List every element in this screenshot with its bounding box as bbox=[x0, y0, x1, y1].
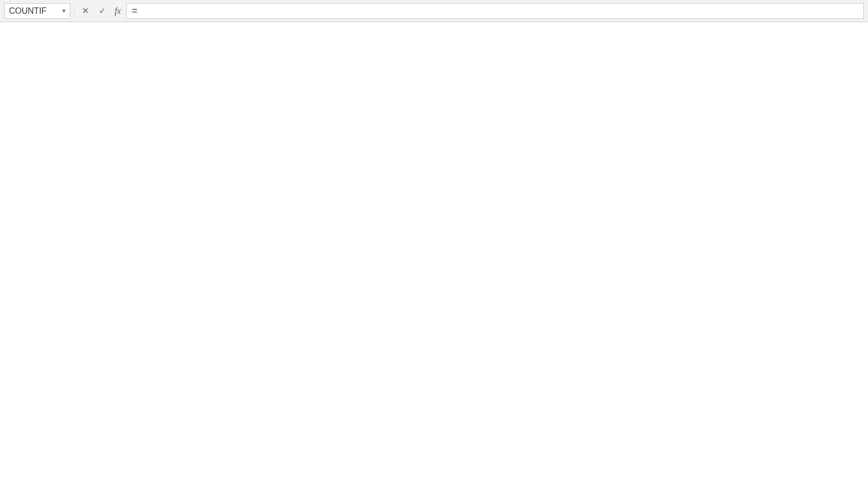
formula-bar: COUNTIF ▼ ⋮ ✕ ✓ fx = bbox=[0, 0, 868, 22]
name-box-value: COUNTIF bbox=[9, 6, 46, 16]
cancel-icon: ✕ bbox=[82, 6, 89, 16]
name-box-dropdown-icon[interactable]: ▼ bbox=[61, 8, 67, 14]
formula-value: = bbox=[132, 5, 138, 16]
enter-icon: ✓ bbox=[99, 6, 106, 16]
formula-input[interactable]: = bbox=[126, 3, 864, 19]
fx-button[interactable]: fx bbox=[111, 6, 124, 16]
cancel-button[interactable]: ✕ bbox=[78, 3, 92, 19]
name-box[interactable]: COUNTIF ▼ bbox=[4, 3, 70, 19]
enter-button[interactable]: ✓ bbox=[95, 3, 109, 19]
separator: ⋮ bbox=[72, 3, 76, 19]
